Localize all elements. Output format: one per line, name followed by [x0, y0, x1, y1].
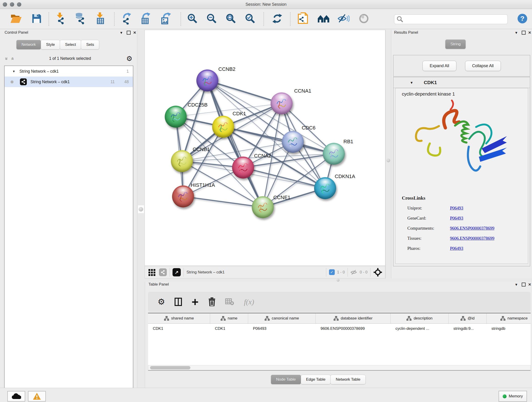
table-cell[interactable]: CDK1 [148, 326, 210, 331]
crosslink-link[interactable]: P06493 [450, 246, 463, 251]
network-node-cdc6[interactable] [282, 131, 304, 153]
search-input[interactable] [405, 17, 507, 22]
cloud-status-button[interactable] [7, 391, 25, 402]
collection-caret-icon[interactable]: ▼ [12, 70, 15, 73]
save-session-icon[interactable] [32, 13, 42, 25]
network-node-cdk1[interactable] [212, 116, 234, 138]
network-node-ccna2[interactable] [232, 157, 254, 179]
column-header-description[interactable]: description [391, 313, 449, 323]
network-node-ccna1[interactable] [271, 92, 293, 114]
table-row[interactable]: CDK1CDK1P064939606.ENSP00000378699cyclin… [148, 324, 531, 334]
table-panel-float-icon[interactable]: ▼ [515, 283, 518, 286]
tab-network-table[interactable]: Network Table [330, 375, 365, 384]
network-canvas[interactable]: CCNB2 CCNA1 CDC25B CDK1 CDC6 RB1 CCNB1 C… [145, 30, 385, 266]
results-panel-float-icon[interactable]: ▼ [515, 31, 518, 34]
zoom-in-icon[interactable] [187, 13, 198, 25]
network-edge[interactable] [183, 196, 263, 207]
results-panel-close-icon[interactable]: × [528, 30, 531, 35]
control-panel-close-icon[interactable]: × [133, 30, 136, 35]
right-splitter-handle[interactable] [386, 159, 390, 162]
memory-button[interactable]: Memory [499, 391, 527, 402]
network-options-gear-icon[interactable]: ⚙ [126, 55, 133, 63]
column-header-database-identifier[interactable]: database identifier [316, 313, 391, 323]
table-cell[interactable]: CDK1 [210, 326, 248, 331]
left-splitter[interactable] [137, 30, 145, 388]
zoom-out-icon[interactable] [206, 13, 217, 25]
network-edge[interactable] [207, 80, 282, 103]
import-network-icon[interactable] [55, 13, 65, 26]
tab-sets[interactable]: Sets [81, 40, 99, 50]
warning-status-button[interactable] [28, 391, 46, 402]
column-header-namespace[interactable]: namespace [487, 313, 531, 323]
table-cell[interactable]: 9606.ENSP00000378699 [316, 326, 391, 331]
results-panel-maximize-icon[interactable] [522, 31, 526, 35]
delete-column-trash-icon[interactable] [208, 298, 215, 306]
search-box[interactable] [394, 14, 508, 24]
tab-edge-table[interactable]: Edge Table [301, 375, 331, 384]
import-table-icon[interactable] [95, 12, 106, 26]
table-options-gear-icon[interactable]: ⚙ [158, 297, 165, 307]
crosslink-link[interactable]: P06493 [450, 206, 463, 211]
export-network-icon[interactable] [120, 13, 132, 26]
crosslink-link[interactable]: 9606.ENSP00000378699 [450, 226, 494, 231]
column-header-name[interactable]: name [210, 313, 248, 323]
collapse-all-networks-icon[interactable]: » [3, 57, 9, 60]
network-node-ccne1[interactable] [252, 196, 274, 218]
table-horizontal-scrollbar[interactable] [148, 365, 531, 370]
tab-network[interactable]: Network [16, 40, 41, 50]
bottom-splitter[interactable] [145, 279, 532, 282]
collapse-all-button[interactable]: Collapse All [465, 61, 501, 71]
help-icon[interactable]: ? [517, 13, 528, 25]
bottom-splitter-handle[interactable] [336, 279, 340, 282]
table-cell[interactable]: P06493 [248, 326, 316, 331]
entry-caret-icon[interactable]: ▼ [410, 81, 413, 85]
table-cell[interactable]: cyclin-dependent ... [391, 326, 449, 331]
tab-style[interactable]: Style [41, 40, 60, 50]
column-header-shared-name[interactable]: shared name [148, 313, 210, 323]
crosslink-link[interactable]: P06493 [450, 216, 463, 221]
crosslink-link[interactable]: 9606.ENSP00000378699 [450, 236, 494, 241]
right-splitter[interactable] [385, 30, 391, 279]
refresh-icon[interactable] [272, 13, 283, 25]
control-panel-float-icon[interactable]: ▼ [120, 31, 123, 34]
scrollbar-thumb[interactable] [150, 366, 190, 370]
export-image-icon[interactable] [160, 12, 171, 26]
network-node-ccnb1[interactable] [171, 150, 193, 172]
table-cell[interactable]: stringdb:9... [449, 326, 487, 331]
open-session-icon[interactable] [10, 13, 22, 25]
network-node-rb1[interactable] [323, 143, 345, 165]
show-all-windows-icon[interactable] [317, 14, 330, 24]
network-node-hist1h1a[interactable] [172, 185, 194, 207]
import-network-database-icon[interactable] [74, 13, 85, 26]
column-header-@id[interactable]: @id [449, 313, 487, 323]
table-cell[interactable]: stringdb [487, 326, 531, 331]
tab-node-table[interactable]: Node Table [271, 375, 301, 384]
show-columns-icon[interactable] [175, 298, 182, 306]
network-edge[interactable] [207, 80, 263, 207]
network-node-cdkn1a[interactable] [314, 177, 336, 199]
column-header-canonical-name[interactable]: canonical name [248, 313, 316, 323]
annotations-icon[interactable] [298, 12, 308, 26]
network-node-ccnb2[interactable] [196, 70, 218, 91]
network-node-cdc25b[interactable] [165, 106, 187, 128]
selected-checkbox-icon[interactable]: ✓ [329, 269, 335, 275]
expand-all-networks-icon[interactable]: » [9, 57, 15, 60]
tab-select[interactable]: Select [60, 40, 81, 50]
zoom-selected-icon[interactable] [245, 13, 255, 25]
left-splitter-handle[interactable] [138, 205, 144, 213]
table-panel-maximize-icon[interactable] [522, 283, 526, 287]
grid-view-icon[interactable] [148, 268, 156, 276]
table-panel-close-icon[interactable]: × [528, 282, 531, 287]
results-entry-header[interactable]: ▼ CDK1 [393, 77, 530, 88]
control-panel-maximize-icon[interactable] [127, 31, 131, 35]
expand-all-button[interactable]: Expand All [423, 61, 456, 71]
fit-crosshair-icon[interactable] [373, 268, 382, 277]
export-table-icon[interactable] [140, 12, 151, 26]
hide-unhide-icon[interactable] [338, 13, 350, 25]
network-collection-row[interactable]: ▼ String Network – cdk1 1 [5, 66, 133, 77]
detach-view-icon[interactable]: ↗ [172, 268, 181, 276]
network-row[interactable]: String Network – cdk1 11 48 [5, 77, 133, 87]
inspector-icon[interactable] [359, 13, 369, 25]
zoom-fit-icon[interactable] [226, 13, 236, 25]
tab-string[interactable]: String [445, 39, 466, 49]
